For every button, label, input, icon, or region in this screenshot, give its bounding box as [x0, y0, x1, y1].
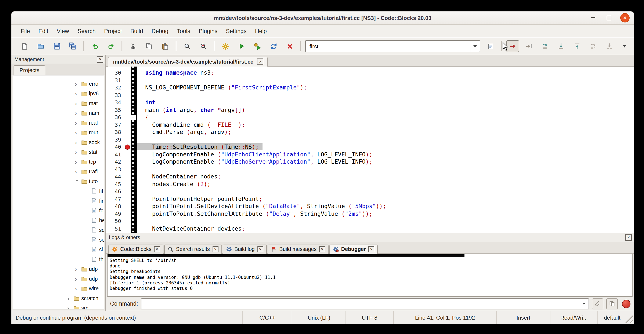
- breakpoint-margin[interactable]: [124, 99, 131, 106]
- logs-tab-close-button[interactable]: ×: [368, 246, 374, 252]
- code-line[interactable]: 48 pointToPoint.SetDeviceAttribute ("Dat…: [106, 203, 634, 210]
- code-line[interactable]: 47 PointToPointHelper pointToPoint;: [106, 195, 634, 203]
- tree-item[interactable]: th: [13, 254, 104, 264]
- build-target-combo[interactable]: first: [305, 40, 480, 52]
- tree-item[interactable]: ›udp-: [13, 274, 104, 283]
- breakpoint-margin[interactable]: [124, 114, 131, 121]
- breakpoint-margin[interactable]: [124, 136, 131, 143]
- logs-close-button[interactable]: ×: [625, 234, 632, 240]
- code-line[interactable]: 31: [106, 77, 634, 84]
- menu-file[interactable]: File: [16, 26, 34, 36]
- new-file-button[interactable]: [18, 40, 31, 52]
- command-combo[interactable]: [141, 298, 589, 309]
- code-editor[interactable]: 30using namespace ns3;3132NS_LOG_COMPONE…: [106, 67, 634, 233]
- code-line[interactable]: 38 cmd.Parse (argc, argv);: [106, 128, 634, 136]
- breakpoint-margin[interactable]: [124, 158, 131, 166]
- tree-item[interactable]: ›ipv6: [13, 89, 104, 98]
- code-line[interactable]: 39: [106, 136, 634, 143]
- breakpoint-marker-icon[interactable]: [125, 144, 130, 149]
- minimize-button[interactable]: [589, 14, 598, 22]
- tree-item[interactable]: ›rout: [13, 128, 104, 137]
- code-line[interactable]: 45 nodes.Create (2);: [106, 180, 634, 188]
- menu-project[interactable]: Project: [100, 26, 126, 36]
- tree-item[interactable]: fo: [13, 206, 104, 215]
- close-button[interactable]: ×: [620, 13, 630, 23]
- tree-item[interactable]: ›sock: [13, 137, 104, 147]
- build-target-dropdown-button[interactable]: [470, 41, 480, 52]
- code-line[interactable]: 37 CommandLine cmd (__FILE__);: [106, 121, 634, 128]
- breakpoint-margin[interactable]: [124, 77, 131, 84]
- resize-gripper[interactable]: [623, 311, 634, 324]
- menu-build[interactable]: Build: [126, 26, 147, 36]
- menu-settings[interactable]: Settings: [222, 26, 251, 36]
- titlebar[interactable]: mnt/dev/tools/source/ns-3-dev/examples/t…: [12, 12, 634, 25]
- tree-item[interactable]: fir: [13, 196, 104, 206]
- breakpoint-margin[interactable]: [124, 210, 131, 217]
- tree-item[interactable]: se: [13, 235, 104, 245]
- breakpoint-margin[interactable]: [124, 173, 131, 180]
- chevron-collapsed-icon[interactable]: ›: [75, 168, 80, 174]
- tree-item[interactable]: si: [13, 245, 104, 254]
- code-line[interactable]: 50: [106, 217, 634, 225]
- tree-item[interactable]: he: [13, 215, 104, 225]
- chevron-collapsed-icon[interactable]: ›: [75, 91, 80, 96]
- save-button[interactable]: [50, 40, 63, 52]
- build-button[interactable]: [219, 40, 232, 52]
- fold-marker-icon[interactable]: [131, 115, 136, 120]
- project-tree[interactable]: ›erro›ipv6›mat›nam›real›rout›sock›stat›t…: [13, 75, 104, 309]
- logs-tab-close-button[interactable]: ×: [319, 246, 325, 252]
- rebuild-button[interactable]: [267, 40, 280, 52]
- debug-continue-button[interactable]: [506, 40, 519, 52]
- code-line[interactable]: 51 NetDeviceContainer devices;: [106, 225, 634, 232]
- paste-button[interactable]: [159, 40, 172, 52]
- maximize-button[interactable]: [604, 14, 613, 22]
- code-line[interactable]: 34int: [106, 99, 634, 106]
- code-line[interactable]: 41 LogComponentEnable ("UdpEchoClientApp…: [106, 151, 634, 158]
- logs-tab-close-button[interactable]: ×: [212, 246, 218, 252]
- tree-item[interactable]: ›scratch: [13, 293, 104, 303]
- undo-button[interactable]: [88, 40, 101, 52]
- breakpoint-margin[interactable]: [124, 69, 131, 77]
- breakpoint-margin[interactable]: [124, 180, 131, 188]
- editor-tab[interactable]: mnt/dev/tools/source/ns-3-dev/examples/t…: [108, 57, 268, 67]
- logs-tab-build-log[interactable]: Build log×: [222, 245, 266, 254]
- open-button[interactable]: [34, 40, 47, 52]
- redo-button[interactable]: [104, 40, 117, 52]
- logs-tab-close-button[interactable]: ×: [154, 246, 160, 252]
- tree-item[interactable]: se: [13, 225, 104, 235]
- chevron-collapsed-icon[interactable]: ›: [75, 276, 80, 282]
- menu-search[interactable]: Search: [73, 26, 100, 36]
- menu-edit[interactable]: Edit: [34, 26, 53, 36]
- abort-button[interactable]: [283, 40, 296, 52]
- chevron-collapsed-icon[interactable]: ›: [75, 130, 80, 135]
- breakpoint-margin[interactable]: [124, 121, 131, 128]
- code-line[interactable]: 44 NodeContainer nodes;: [106, 173, 634, 180]
- breakpoint-margin[interactable]: [124, 151, 131, 158]
- code-line[interactable]: 52 devices = pointToPoint.Install (nodes…: [106, 232, 634, 233]
- chevron-collapsed-icon[interactable]: ›: [75, 285, 80, 291]
- command-dropdown-button[interactable]: [579, 299, 588, 309]
- tree-item[interactable]: ›wire: [13, 283, 104, 293]
- code-line[interactable]: 32NS_LOG_COMPONENT_DEFINE ("FirstScriptE…: [106, 84, 634, 91]
- breakpoint-margin[interactable]: [124, 188, 131, 195]
- log-output[interactable]: Setting SHELL to '/bin/sh'doneSetting br…: [107, 254, 632, 297]
- menu-view[interactable]: View: [52, 26, 73, 36]
- cut-button[interactable]: [126, 40, 139, 52]
- breakpoint-margin[interactable]: [124, 195, 131, 203]
- breakpoint-margin[interactable]: [124, 106, 131, 114]
- menu-help[interactable]: Help: [251, 26, 271, 36]
- step-into-instruction-button[interactable]: [603, 40, 616, 52]
- run-to-cursor-button[interactable]: [522, 40, 535, 52]
- find-button[interactable]: [181, 40, 194, 52]
- chevron-collapsed-icon[interactable]: ›: [67, 295, 72, 301]
- breakpoint-margin[interactable]: [124, 91, 131, 99]
- save-all-button[interactable]: [66, 40, 79, 52]
- breakpoint-margin[interactable]: [124, 143, 131, 151]
- logs-tab-debugger[interactable]: Debugger×: [330, 245, 378, 254]
- chevron-collapsed-icon[interactable]: ›: [75, 120, 80, 126]
- code-line[interactable]: 36{: [106, 114, 634, 121]
- chevron-collapsed-icon[interactable]: ›: [75, 159, 80, 165]
- tree-item[interactable]: ›mat: [13, 98, 104, 108]
- tree-item[interactable]: ›stat: [13, 147, 104, 157]
- toolbar-overflow-button[interactable]: [619, 41, 630, 51]
